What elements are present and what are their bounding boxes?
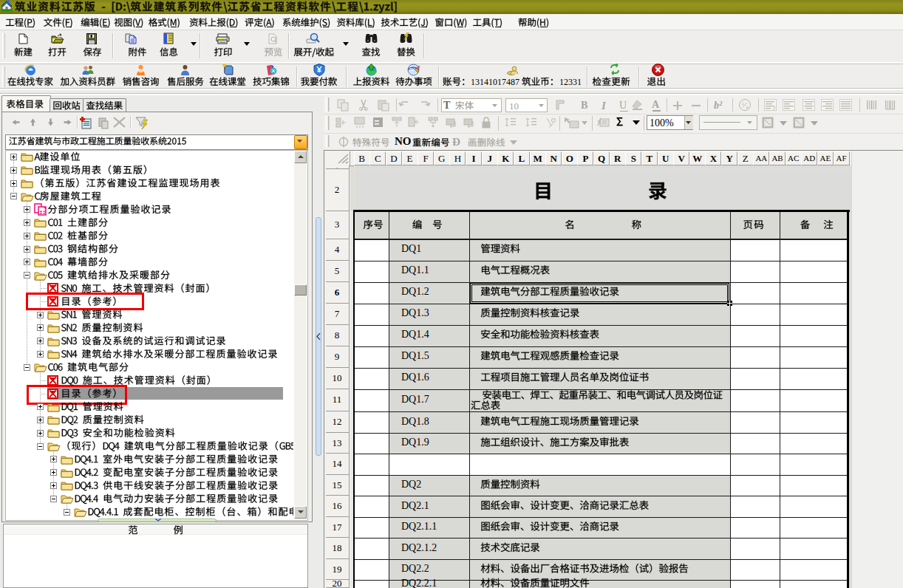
svg-text:1: 1 <box>742 101 745 106</box>
